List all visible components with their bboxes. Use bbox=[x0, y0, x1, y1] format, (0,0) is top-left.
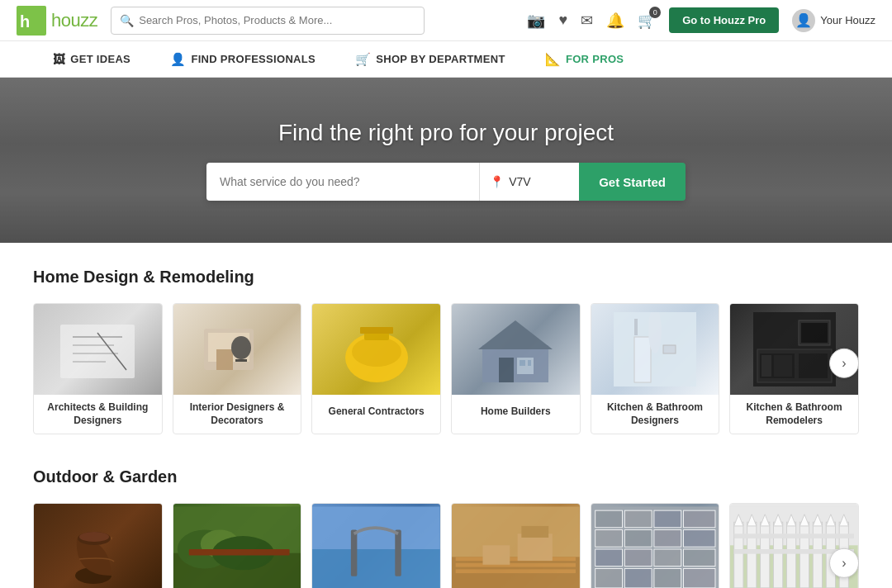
nav-for-pros[interactable]: 📐 FOR PROS bbox=[525, 41, 644, 77]
svg-marker-18 bbox=[478, 320, 553, 349]
category-card-pool[interactable]: Swimming Pool Builders bbox=[311, 503, 441, 588]
svg-rect-33 bbox=[799, 353, 828, 378]
shop-icon: 🛒 bbox=[355, 52, 371, 67]
get-started-button[interactable]: Get Started bbox=[579, 163, 686, 201]
outdoor-garden-next-button[interactable]: › bbox=[829, 548, 859, 578]
find-professionals-icon: 👤 bbox=[170, 52, 186, 67]
landscape-image bbox=[173, 504, 301, 588]
svg-rect-26 bbox=[634, 319, 638, 335]
category-card-interior[interactable]: Interior Designers & Decorators bbox=[173, 303, 302, 434]
svg-rect-35 bbox=[774, 355, 792, 377]
category-card-contractors[interactable]: General Contractors bbox=[311, 303, 441, 434]
svg-rect-65 bbox=[683, 530, 714, 548]
builders-image bbox=[452, 304, 580, 395]
svg-rect-84 bbox=[787, 522, 796, 588]
interior-image bbox=[173, 304, 301, 395]
nav-find-professionals-label: FIND PROFESSIONALS bbox=[191, 53, 316, 65]
svg-rect-56 bbox=[482, 546, 510, 565]
hero-title: Find the right pro for your project bbox=[278, 120, 614, 146]
nav-get-ideas[interactable]: 🖼 GET IDEAS bbox=[33, 41, 150, 77]
architects-image bbox=[34, 304, 162, 395]
svg-rect-12 bbox=[235, 359, 247, 362]
main-header: h houzz 🔍 📷 ♥ ✉ 🔔 🛒 0 Go to Houzz Pro 👤 … bbox=[0, 0, 892, 41]
cart-icon[interactable]: 🛒 0 bbox=[638, 12, 656, 30]
category-card-paving[interactable]: Paving & Driveway Contractors bbox=[591, 503, 720, 588]
svg-rect-54 bbox=[518, 533, 553, 561]
svg-rect-34 bbox=[762, 355, 771, 377]
svg-rect-88 bbox=[814, 522, 823, 588]
hero-section: Find the right pro for your project 📍 Ge… bbox=[0, 78, 892, 243]
kb-remodelers-label: Kitchen & Bathroom Remodelers bbox=[730, 395, 858, 434]
outdoor-garden-title: Outdoor & Garden bbox=[33, 467, 859, 486]
nav-shop-department[interactable]: 🛒 SHOP BY DEPARTMENT bbox=[335, 41, 525, 77]
nav-get-ideas-label: GET IDEAS bbox=[70, 53, 130, 65]
main-content: Home Design & Remodeling Architects & Bu… bbox=[0, 243, 892, 588]
cart-badge: 0 bbox=[649, 7, 661, 18]
svg-rect-78 bbox=[747, 522, 757, 588]
svg-rect-16 bbox=[360, 327, 393, 334]
nav-shop-label: SHOP BY DEPARTMENT bbox=[376, 53, 505, 65]
heart-icon[interactable]: ♥ bbox=[558, 12, 567, 29]
svg-rect-63 bbox=[624, 530, 652, 548]
outdoor-garden-section: Outdoor & Garden Pots & Planters bbox=[33, 467, 859, 588]
main-nav: 🖼 GET IDEAS 👤 FIND PROFESSIONALS 🛒 SHOP … bbox=[0, 41, 892, 78]
category-card-landscape[interactable]: Landscape Contractors bbox=[173, 503, 302, 588]
kb-designers-label: Kitchen & Bathroom Designers bbox=[591, 395, 719, 434]
avatar: 👤 bbox=[792, 9, 815, 32]
main-search-bar[interactable]: 🔍 bbox=[111, 7, 425, 35]
svg-rect-66 bbox=[595, 549, 622, 567]
category-card-pots[interactable]: Pots & Planters bbox=[33, 503, 163, 588]
svg-rect-21 bbox=[520, 360, 525, 366]
svg-rect-73 bbox=[683, 569, 714, 588]
architects-label: Architects & Building Designers bbox=[34, 395, 162, 434]
svg-rect-30 bbox=[801, 323, 828, 343]
category-card-architects[interactable]: Architects & Building Designers bbox=[33, 303, 163, 434]
svg-rect-44 bbox=[188, 549, 289, 555]
your-houzz-menu[interactable]: 👤 Your Houzz bbox=[792, 9, 875, 32]
svg-rect-22 bbox=[528, 360, 531, 366]
hero-content: Find the right pro for your project 📍 Ge… bbox=[206, 120, 686, 201]
category-card-decks[interactable]: Deck & Patio Builders bbox=[451, 503, 581, 588]
mail-icon[interactable]: ✉ bbox=[581, 12, 593, 30]
pool-image bbox=[312, 504, 440, 588]
svg-rect-48 bbox=[396, 530, 401, 576]
svg-point-11 bbox=[231, 336, 251, 359]
home-design-category-row: Architects & Building Designers Interior… bbox=[33, 303, 859, 434]
nav-find-professionals[interactable]: 👤 FIND PROFESSIONALS bbox=[150, 41, 335, 77]
svg-rect-51 bbox=[456, 557, 576, 562]
interior-label: Interior Designers & Decorators bbox=[173, 395, 301, 434]
svg-rect-59 bbox=[624, 510, 652, 528]
pots-image bbox=[34, 504, 162, 588]
svg-rect-52 bbox=[456, 563, 576, 567]
houzz-pro-button[interactable]: Go to Houzz Pro bbox=[669, 7, 779, 33]
svg-rect-24 bbox=[634, 337, 651, 382]
svg-rect-72 bbox=[654, 569, 681, 588]
kb-designers-image bbox=[591, 304, 719, 395]
category-card-kb-designers[interactable]: Kitchen & Bathroom Designers bbox=[591, 303, 720, 434]
svg-rect-68 bbox=[654, 549, 681, 567]
camera-icon[interactable]: 📷 bbox=[527, 12, 545, 30]
pin-icon: 📍 bbox=[490, 175, 504, 188]
header-icons: 📷 ♥ ✉ 🔔 🛒 0 Go to Houzz Pro 👤 Your Houzz bbox=[527, 7, 875, 33]
logo[interactable]: h houzz bbox=[17, 6, 97, 36]
svg-rect-27 bbox=[663, 345, 676, 353]
logo-text: houzz bbox=[51, 10, 97, 31]
decks-image bbox=[452, 504, 580, 588]
location-input[interactable] bbox=[509, 175, 575, 188]
category-card-builders[interactable]: Home Builders bbox=[451, 303, 581, 434]
svg-rect-55 bbox=[521, 526, 548, 538]
outdoor-garden-category-row: Pots & Planters Landscape Contractors bbox=[33, 503, 859, 588]
location-field[interactable]: 📍 bbox=[480, 163, 579, 201]
svg-rect-76 bbox=[734, 522, 743, 588]
bell-icon[interactable]: 🔔 bbox=[606, 12, 624, 30]
hero-search-form: 📍 Get Started bbox=[206, 163, 686, 201]
paving-image bbox=[591, 504, 719, 588]
home-design-section: Home Design & Remodeling Architects & Bu… bbox=[33, 268, 859, 434]
home-design-title: Home Design & Remodeling bbox=[33, 268, 859, 287]
main-search-input[interactable] bbox=[139, 14, 415, 26]
svg-rect-69 bbox=[683, 549, 714, 567]
builders-label: Home Builders bbox=[452, 395, 580, 429]
service-input[interactable] bbox=[206, 163, 479, 201]
svg-rect-10 bbox=[216, 349, 233, 370]
home-design-next-button[interactable]: › bbox=[829, 348, 859, 377]
